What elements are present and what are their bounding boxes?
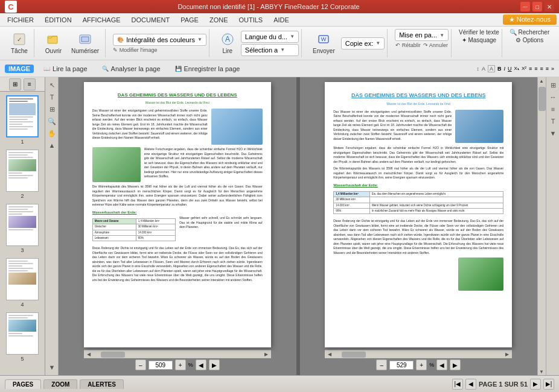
underline-button[interactable]: U: [508, 66, 512, 72]
rt-tool-1[interactable]: ⊞: [548, 80, 558, 90]
thumbnail-page-5[interactable]: 5: [2, 311, 42, 363]
superscript-button[interactable]: X²: [522, 66, 526, 71]
menu-outils[interactable]: OUTILS: [234, 15, 267, 25]
annuler-button[interactable]: ↷ Annuler: [423, 42, 448, 48]
tool-up[interactable]: ▲: [46, 140, 57, 151]
analyser-page-button[interactable]: 🔍 Analyser la page: [97, 64, 165, 74]
retablir-button[interactable]: ↶ Rétablir: [395, 42, 421, 48]
tool-hand[interactable]: ✋: [46, 128, 57, 139]
align-justify-button[interactable]: ≡: [546, 66, 549, 72]
rt-tool-3[interactable]: ≡: [548, 104, 558, 115]
subscript-button[interactable]: X₁: [514, 66, 519, 71]
copie-dropdown[interactable]: Copie ex: ▼: [341, 37, 385, 49]
rt-tool-4[interactable]: T: [548, 116, 558, 127]
right-tools-panel: ⊞ ↔ ≡ T ▼: [546, 77, 559, 375]
italic-button[interactable]: I: [504, 66, 506, 72]
zoom-value-left[interactable]: 509: [149, 361, 173, 370]
numeriser-button[interactable]: Numériser: [68, 31, 103, 55]
zoom-value-right[interactable]: 529: [389, 361, 414, 370]
thumbnail-page-3[interactable]: 3: [2, 203, 42, 254]
scroll-right-prev[interactable]: ◀: [436, 359, 447, 370]
align-left-button[interactable]: ≡: [529, 66, 532, 72]
options-button[interactable]: ⚙ Options: [516, 37, 543, 43]
zoom-decrease-right[interactable]: –: [376, 359, 387, 370]
last-page-button[interactable]: ▶|: [543, 379, 554, 390]
menu-fichier[interactable]: FICHIER: [2, 15, 39, 25]
scroll-right-next[interactable]: ▶: [450, 359, 461, 370]
vscroll-thumb[interactable]: [538, 87, 546, 111]
envoyer-button[interactable]: W Envoyer: [309, 31, 339, 55]
selection-dropdown[interactable]: Sélection a ▼: [241, 44, 299, 56]
tool-text[interactable]: T: [46, 92, 57, 103]
menu-edition[interactable]: ÉDITION: [40, 15, 77, 25]
first-page-button[interactable]: |◀: [452, 379, 463, 390]
font-size-a-icon: A: [482, 66, 485, 72]
rechercher-button[interactable]: 🔍 Rechercher: [509, 29, 549, 36]
align-center-button[interactable]: ≡: [534, 66, 537, 72]
zoom-increase-left[interactable]: +: [175, 359, 186, 370]
couleurs-group: 🎨 Intégralité des couleurs ▼ ✎ Modifier …: [110, 29, 209, 57]
menu-document[interactable]: DOCUMENT: [127, 15, 175, 25]
integralite-couleurs-dropdown[interactable]: 🎨 Intégralité des couleurs ▼: [113, 34, 206, 46]
hscroll-thumb[interactable]: [101, 352, 125, 358]
align-right-button[interactable]: ≡: [540, 66, 543, 72]
lire-page-button[interactable]: 📖 Lire la page: [39, 64, 92, 74]
maximize-button[interactable]: □: [532, 2, 542, 11]
langue-dropdown[interactable]: Langue du d... ▼: [241, 31, 299, 43]
svg-text:A: A: [225, 35, 230, 43]
left-hscroll[interactable]: ◀ ▶: [84, 350, 271, 358]
hscroll-right-thumb[interactable]: [342, 352, 366, 358]
hscroll-right-left-arrow[interactable]: ◀: [326, 351, 333, 358]
vscroll-up-arrow[interactable]: ▲: [538, 77, 545, 84]
thumb-list-icon[interactable]: ≡: [24, 78, 36, 90]
hscroll-right-arrow[interactable]: ▶: [263, 351, 270, 358]
rt-tool-2[interactable]: ↔: [548, 92, 558, 103]
right-image-2: [458, 258, 503, 291]
modifier-image-button[interactable]: ✎ Modifier l'image: [113, 47, 157, 53]
prev-page-button[interactable]: ◀: [465, 379, 476, 390]
scroll-left-prev[interactable]: ◀: [196, 359, 206, 370]
thumbnail-page-2[interactable]: 2: [2, 148, 42, 200]
enregistrer-page-button[interactable]: 💾 Enregistrer la page: [170, 64, 245, 74]
menu-zone[interactable]: ZONE: [205, 15, 233, 25]
thumbnail-page-4[interactable]: 4: [2, 257, 42, 309]
masquage-button[interactable]: ✦ Masquage: [462, 37, 496, 43]
tool-cursor[interactable]: ↖: [46, 80, 57, 90]
tool-select[interactable]: ⊞: [46, 104, 57, 115]
left-page-view[interactable]: DAS GEHEIMNIS DES WASSERS UND DES LEBENS…: [59, 77, 296, 375]
notez-nous-button[interactable]: ★ Notez-nous: [503, 14, 557, 25]
tab-zoom[interactable]: ZOOM: [43, 379, 77, 389]
thumb-grid-icon[interactable]: ⊞: [9, 78, 21, 90]
minimize-button[interactable]: ─: [520, 2, 530, 11]
rt-tool-5[interactable]: ▼: [548, 128, 558, 139]
bold-button[interactable]: B: [497, 66, 502, 72]
scroll-left-next[interactable]: ▶: [209, 359, 220, 370]
right-page-view[interactable]: DAS GEHEIMNIS DES WASSERS UND DES LEBENS…: [300, 77, 538, 375]
tool-scroll-down[interactable]: ▼: [46, 362, 57, 373]
menu-page[interactable]: PAGE: [176, 15, 203, 25]
zoom-increase-right[interactable]: +: [416, 359, 427, 370]
more-button[interactable]: »: [551, 66, 554, 72]
menu-aide[interactable]: AIDE: [269, 15, 294, 25]
vscroll-track[interactable]: [538, 84, 546, 368]
zoom-decrease-left[interactable]: –: [135, 359, 146, 370]
right-vertical-scrollbar[interactable]: ▲ ▼: [537, 77, 546, 375]
menu-affichage[interactable]: AFFICHAGE: [78, 15, 126, 25]
hscroll-right-right-arrow[interactable]: ▶: [503, 351, 511, 358]
tab-alertes[interactable]: ALERTES: [80, 379, 124, 389]
tool-zoom[interactable]: 🔍: [46, 116, 57, 127]
thumbnail-page-1[interactable]: 1: [2, 94, 42, 146]
left-page-title: DAS GEHEIMNIS DES WASSERS UND DES LEBENS: [92, 92, 263, 98]
verifier-texte-button[interactable]: Vérifier le texte: [459, 29, 499, 36]
vscroll-down-arrow[interactable]: ▼: [538, 368, 545, 375]
lire-button[interactable]: A Lire: [217, 31, 238, 55]
miseenpage-dropdown[interactable]: Mise en pa... ▼: [395, 29, 449, 41]
zoom-percent-sign-left: %: [188, 362, 193, 368]
tab-pages[interactable]: PAGES: [5, 379, 41, 389]
next-page-button[interactable]: ▶: [530, 379, 541, 390]
tache-button[interactable]: ✓ Tâche: [7, 31, 31, 55]
right-hscroll[interactable]: ◀ ▶: [325, 350, 512, 358]
close-button[interactable]: ✕: [545, 2, 554, 11]
hscroll-left-arrow[interactable]: ◀: [85, 351, 92, 358]
ouvrir-button[interactable]: Ouvrir: [42, 31, 65, 55]
